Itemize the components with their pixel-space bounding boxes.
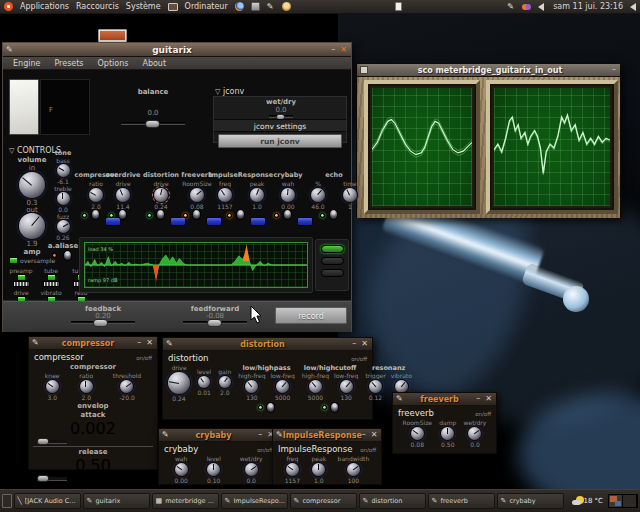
effect-switch-crybaby[interactable] (283, 209, 292, 220)
knob[interactable] (347, 463, 360, 476)
amp-switch-slider[interactable] (43, 281, 60, 287)
wave-mode-button-1[interactable] (321, 245, 344, 253)
record-button[interactable]: record (275, 307, 347, 324)
effect-preset-button-freeverb[interactable] (206, 217, 222, 226)
minimize-button[interactable]: – (331, 45, 335, 55)
knob[interactable] (286, 463, 299, 476)
task-button-0[interactable]: ╲[JACK Audio C... (14, 493, 81, 509)
knob[interactable] (343, 188, 357, 202)
effect-led-compressor[interactable] (82, 213, 87, 218)
onoff-label[interactable]: on/off (351, 356, 367, 362)
oversample-toggle[interactable]: oversample (9, 257, 55, 264)
onoff-label[interactable]: on/off (136, 355, 152, 361)
effect-switch-compressor[interactable] (91, 209, 100, 220)
knob[interactable] (198, 376, 210, 388)
effect-switch-freeverb[interactable] (192, 209, 201, 220)
knob[interactable] (219, 376, 231, 388)
effect-switch-ImpulseResponse[interactable] (236, 209, 245, 220)
knob[interactable] (19, 213, 45, 239)
volume-icon[interactable] (538, 3, 544, 11)
amp-switch-checkbox[interactable] (17, 274, 26, 281)
close-button[interactable]: ✕ (361, 339, 368, 349)
knob[interactable] (46, 380, 59, 393)
knob[interactable] (80, 380, 93, 393)
volume-in-knob[interactable] (19, 172, 45, 198)
minimize-button[interactable]: – (362, 430, 366, 440)
minimize-button[interactable]: – (258, 430, 262, 440)
led-indicator[interactable] (258, 405, 263, 410)
slider-handle[interactable] (37, 438, 49, 445)
knob[interactable] (250, 188, 264, 202)
eject-icon[interactable] (630, 3, 636, 11)
knob[interactable] (441, 427, 454, 440)
menu-system[interactable]: Système (126, 2, 161, 11)
guitarix-menu-options[interactable]: Options (98, 59, 129, 68)
task-button-1[interactable]: ✎guitarix (83, 493, 150, 509)
task-button-7[interactable]: ✎crybaby (497, 493, 564, 509)
pen-applet-icon[interactable]: ✎ (267, 2, 275, 11)
task-button-4[interactable]: ✎compressor (290, 493, 357, 509)
aliase-switch[interactable] (63, 250, 72, 261)
minimize-button[interactable]: – (137, 338, 141, 348)
onoff-label[interactable]: on/off (475, 411, 491, 417)
close-button[interactable]: ✕ (485, 394, 492, 404)
menu-computer[interactable]: Ordinateur (185, 2, 228, 11)
balance-slider[interactable] (121, 122, 185, 125)
led-indicator[interactable] (322, 405, 327, 410)
aliase-led[interactable] (52, 253, 57, 258)
knob[interactable] (309, 380, 322, 393)
wave-mode-button-3[interactable] (321, 269, 344, 277)
volume-out-knob[interactable] (19, 213, 45, 239)
effect-switch-distortion[interactable] (156, 209, 165, 220)
meterbridge-titlebar[interactable]: sco meterbridge_guitarix_in_out – (357, 64, 620, 77)
knob[interactable] (207, 463, 220, 476)
slider-handle[interactable] (37, 475, 49, 482)
badge-applet-icon[interactable] (282, 2, 291, 11)
plugin-titlebar[interactable]: ✎ImpulseResponse–✕ (273, 429, 381, 442)
effect-preset-button-crybaby[interactable] (297, 217, 313, 226)
distro-logo-icon[interactable] (4, 2, 13, 11)
knob[interactable] (190, 188, 204, 202)
knob[interactable] (168, 372, 190, 394)
effect-switch-overdrive[interactable] (118, 209, 127, 220)
effect-preset-button-distortion[interactable] (170, 217, 186, 226)
onoff-label[interactable]: on/off (360, 447, 376, 453)
close-button[interactable]: ✕ (146, 338, 153, 348)
effect-led-crybaby[interactable] (274, 213, 279, 218)
knob[interactable] (369, 380, 382, 393)
file-applet-icon[interactable] (395, 2, 402, 11)
plugin-titlebar[interactable]: ✎freeverb–✕ (393, 393, 496, 406)
knob[interactable] (276, 380, 289, 393)
task-button-6[interactable]: ✎freeverb (428, 493, 495, 509)
guitarix-menu-presets[interactable]: Presets (54, 59, 83, 68)
knob[interactable] (281, 188, 295, 202)
feedback-slider[interactable] (71, 321, 135, 324)
knob[interactable] (340, 380, 353, 393)
knob[interactable] (245, 463, 258, 476)
task-button-3[interactable]: ✎ImpulseRespo... (221, 493, 288, 509)
computer-icon[interactable] (168, 3, 178, 11)
clock[interactable]: sam 11 jui. 23:16 (553, 2, 623, 11)
knob[interactable] (57, 192, 70, 205)
workspace-1[interactable] (609, 495, 623, 507)
browser-launcher-icon[interactable] (235, 2, 244, 11)
slider-handle[interactable] (145, 120, 160, 128)
effect-led-ImpulseResponse[interactable] (227, 213, 232, 218)
knob[interactable] (57, 164, 70, 177)
effect-switch-echo[interactable] (329, 209, 338, 220)
effect-led-echo[interactable] (320, 213, 325, 218)
amp-switch-slider[interactable] (13, 281, 30, 287)
menu-applications[interactable]: Applications (20, 2, 69, 11)
menu-places[interactable]: Raccourcis (76, 2, 119, 11)
knob[interactable] (175, 463, 188, 476)
close-button[interactable]: ✕ (340, 45, 347, 55)
feedforward-slider[interactable] (183, 321, 247, 324)
guitarix-menu-about[interactable]: About (142, 59, 166, 68)
envelope-slider-attack[interactable] (37, 440, 67, 444)
effect-led-freeverb[interactable] (183, 213, 188, 218)
knob[interactable] (311, 188, 325, 202)
close-button[interactable]: ✕ (371, 430, 378, 440)
group-switch[interactable] (330, 402, 339, 413)
minimize-button[interactable]: – (612, 65, 616, 75)
knob[interactable] (312, 463, 325, 476)
